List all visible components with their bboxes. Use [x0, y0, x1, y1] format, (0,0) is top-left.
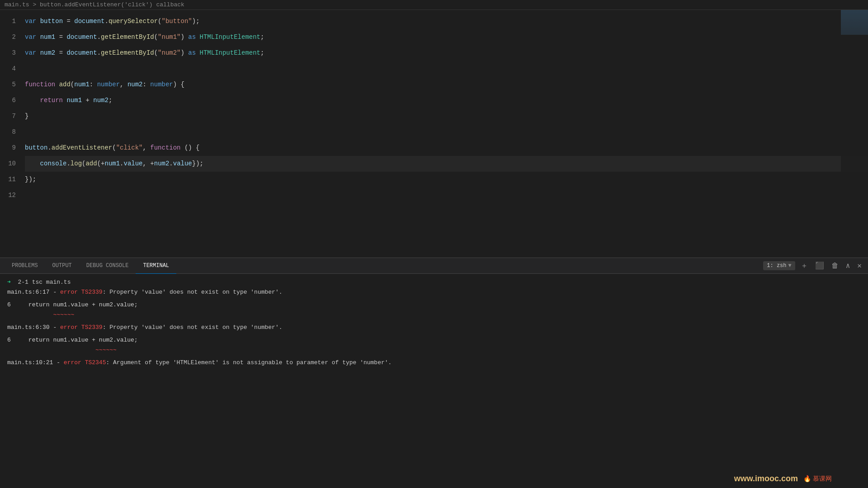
line-number: 12 [0, 188, 16, 203]
code-line [25, 124, 868, 140]
tab-output[interactable]: OUTPUT [45, 258, 79, 274]
add-terminal-button[interactable]: ＋ [799, 260, 810, 272]
line-number: 5 [0, 77, 16, 93]
close-panel-button[interactable]: ✕ [855, 260, 863, 271]
terminal-line: main.ts:6:17 - error TS2339: Property 'v… [7, 287, 861, 297]
line-number: 9 [0, 140, 16, 156]
watermark-logo: 🔥 慕课网 [803, 475, 832, 483]
split-terminal-button[interactable]: ⬛ [813, 260, 826, 271]
code-line [25, 61, 868, 77]
delete-terminal-button[interactable]: 🗑 [830, 261, 840, 271]
code-lines[interactable]: var button = document.querySelector("but… [25, 10, 868, 258]
code-line: }); [25, 172, 868, 188]
line-number: 2 [0, 29, 16, 45]
code-line: return num1 + num2; [25, 93, 868, 108]
terminal-line: 6 return num1.value + num2.value; [7, 300, 861, 310]
line-number: 6 [0, 93, 16, 108]
terminal-line: ~~~~~~ [7, 345, 861, 355]
minimap [841, 10, 868, 258]
code-line: button.addEventListener("click", functio… [25, 140, 868, 156]
code-line: } [25, 108, 868, 124]
line-numbers: 123456789101112 [0, 10, 25, 258]
tab-terminal[interactable]: TERMINAL [136, 258, 176, 274]
code-line: console.log(add(+num1.value, +num2.value… [25, 156, 868, 172]
code-line: var num1 = document.getElementById("num1… [25, 29, 868, 45]
terminal-line: main.ts:10:21 - error TS2345: Argument o… [7, 358, 861, 368]
line-number: 4 [0, 61, 16, 77]
line-number: 7 [0, 108, 16, 124]
breadcrumb: main.ts > button.addEventListener('click… [0, 0, 868, 10]
terminal-line: 6 return num1.value + num2.value; [7, 335, 861, 345]
tab-debug-console[interactable]: DEBUG CONSOLE [79, 258, 136, 274]
maximize-panel-button[interactable]: ∧ [844, 260, 852, 271]
code-line: function add(num1: number, num2: number)… [25, 77, 868, 93]
watermark: www.imooc.com 🔥 慕课网 [734, 474, 832, 483]
line-number: 11 [0, 172, 16, 188]
code-line: var num2 = document.getElementById("num2… [25, 45, 868, 61]
terminal-line: ~~~~~~ [7, 310, 861, 320]
panel-tabs-bar: PROBLEMS OUTPUT DEBUG CONSOLE TERMINAL 1… [0, 258, 868, 274]
terminal-panel: PROBLEMS OUTPUT DEBUG CONSOLE TERMINAL 1… [0, 258, 868, 488]
terminal-line: main.ts:6:30 - error TS2339: Property 'v… [7, 323, 861, 333]
tab-problems[interactable]: PROBLEMS [5, 258, 45, 274]
terminal-shell-selector[interactable]: 1: zsh ▼ [763, 261, 795, 270]
editor-area: main.ts > button.addEventListener('click… [0, 0, 868, 258]
terminal-content[interactable]: ➜ 2-1 tsc main.tsmain.ts:6:17 - error TS… [0, 274, 868, 488]
line-number: 3 [0, 45, 16, 61]
terminal-line: ➜ 2-1 tsc main.ts [7, 277, 861, 287]
watermark-text: www.imooc.com [734, 474, 798, 483]
line-number: 8 [0, 124, 16, 140]
code-line [25, 188, 868, 203]
line-number: 10 [0, 156, 16, 172]
code-line: var button = document.querySelector("but… [25, 14, 868, 29]
line-number: 1 [0, 14, 16, 29]
